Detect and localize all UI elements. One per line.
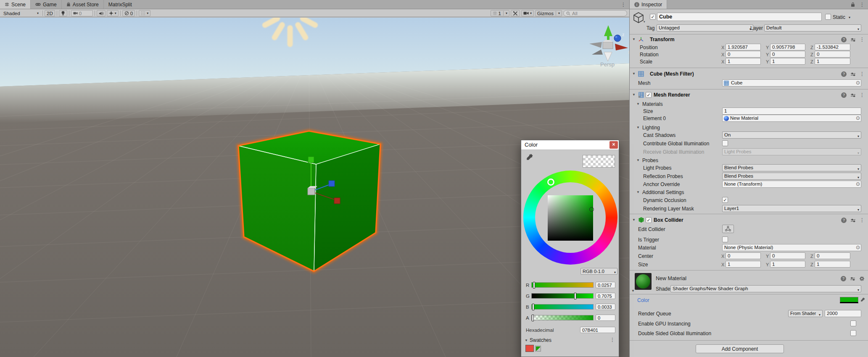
position-y-field[interactable]: 0.9057798 [770,44,805,50]
static-checkbox[interactable] [825,14,831,20]
close-button[interactable]: × [609,141,618,149]
add-component-button[interactable]: Add Component [696,344,784,353]
transform-header[interactable]: ▼ Transform ? ⋮ [630,36,868,43]
help-icon[interactable]: ? [841,37,847,42]
scene-search-input[interactable]: All [563,10,627,16]
shading-mode-dropdown[interactable]: Shaded ▾ [1,10,41,16]
rendering-layer-mask-dropdown[interactable]: Layer1 ▾ [722,205,861,212]
scene-lighting-toggle[interactable] [59,10,67,16]
saturation-value-box[interactable] [548,195,593,241]
light-probes-dropdown[interactable]: Blend Probes ▾ [722,164,861,171]
lock-icon[interactable] [850,2,855,7]
shader-dropdown[interactable]: Shader Graphs/New Shader Graph ▾ [670,285,861,292]
help-icon[interactable]: ? [841,71,847,77]
materials-size-field[interactable]: 1 [722,108,861,115]
b-slider-thumb[interactable] [532,304,534,310]
rotation-x-field[interactable]: 0 [726,51,761,58]
material-color-swatch[interactable] [840,297,858,303]
mesh-renderer-enabled-checkbox[interactable]: ✓ [646,92,652,98]
active-checkbox[interactable]: ✓ [650,14,656,20]
presets-icon[interactable] [850,93,856,98]
edit-collider-button[interactable] [722,225,734,233]
render-queue-mode-dropdown[interactable]: From Shader ▾ [788,310,823,317]
collider-size-z-field[interactable]: 1 [815,261,850,268]
inspector-menu-icon[interactable]: ⋮ [860,2,865,8]
gpu-instancing-checkbox[interactable] [850,320,856,326]
tab-asset-store[interactable]: Asset Store [62,0,104,9]
mesh-renderer-header[interactable]: ▼ ✓ Mesh Renderer ? ⋮ [630,91,868,99]
hue-indicator[interactable] [547,178,554,186]
component-menu-icon[interactable]: ⋮ [860,218,865,223]
material-preview-thumbnail[interactable] [635,273,652,290]
2d-toggle-button[interactable]: 2D [45,10,55,16]
scale-handle-center[interactable] [308,188,315,195]
scene-visibility-toggle[interactable]: 0 [122,10,135,16]
swatch-red[interactable] [525,345,534,352]
scene-panel-menu[interactable]: ⋮ [621,0,626,9]
add-swatch-button[interactable] [535,346,541,352]
gizmo-center-cube[interactable] [603,42,613,49]
presets-icon[interactable] [850,218,856,223]
a-slider[interactable] [531,315,594,320]
presets-icon[interactable] [850,276,855,281]
foldout-icon[interactable]: ▼ [636,102,640,106]
scale-z-field[interactable]: 1 [815,58,850,65]
gizmo-z-sphere[interactable] [614,35,621,42]
gameobject-cube-icon[interactable] [632,11,645,24]
scale-x-field[interactable]: 1 [726,58,761,65]
scale-y-field[interactable]: 1 [770,58,805,65]
material-color-label[interactable]: Color [637,297,649,303]
anchor-override-field[interactable]: None (Transform) ⊙ [722,181,861,188]
saturation-value-indicator[interactable] [589,207,594,212]
contribute-gi-checkbox[interactable] [722,140,728,146]
foldout-icon[interactable]: ▼ [632,72,636,76]
gizmos-dropdown[interactable]: Gizmos ▾ [535,10,562,16]
lighting-foldout[interactable]: ▼ Lighting [630,124,868,131]
double-sided-gi-checkbox[interactable] [850,330,856,336]
presets-icon[interactable] [850,72,856,77]
scene-effects-dropdown[interactable]: ▾ [107,10,119,16]
foldout-icon[interactable]: ▼ [632,37,636,41]
mesh-field[interactable]: Cube ⊙ [722,79,861,87]
scale-handle-y[interactable] [308,157,314,163]
b-slider[interactable] [531,304,594,310]
foldout-icon[interactable]: ▼ [636,126,640,129]
menu-icon[interactable]: ⋮ [621,2,626,8]
color-window-titlebar[interactable]: Color × [521,140,619,150]
r-value-field[interactable]: 0.0257 [596,282,615,288]
box-collider-enabled-checkbox[interactable]: ✓ [646,217,652,223]
component-menu-icon[interactable]: ⋮ [860,71,865,77]
object-picker-icon[interactable]: ⊙ [856,181,860,187]
tag-dropdown[interactable]: Untagged ▾ [657,24,753,32]
hexadecimal-field[interactable]: 07B401 [580,327,615,333]
scene-camera-dropdown[interactable]: ▾ [521,10,534,16]
collider-size-x-field[interactable]: 1 [726,261,761,268]
object-picker-icon[interactable]: ⊙ [856,244,860,251]
scale-handle-z[interactable] [329,181,335,186]
probes-foldout[interactable]: ▼ Probes [630,157,868,164]
mesh-filter-header[interactable]: ▼ Cube (Mesh Filter) ? ⋮ [630,70,868,78]
center-x-field[interactable]: 0 [726,252,761,259]
a-slider-thumb[interactable] [532,315,534,321]
object-picker-icon[interactable]: ⊙ [856,115,860,121]
r-slider-thumb[interactable] [533,282,535,289]
tab-matrixsplit[interactable]: MatrixSplit [104,0,137,9]
swatches-menu-icon[interactable]: ⋮ [610,337,615,343]
physic-material-field[interactable]: None (Physic Material) ⊙ [722,244,861,251]
component-menu-icon[interactable]: ⋮ [860,92,865,98]
box-collider-header[interactable]: ▼ ✓ Box Collider ? ⋮ [630,216,868,224]
is-trigger-checkbox[interactable] [722,236,728,242]
icon-chevron-down[interactable]: ▾ [644,20,645,24]
foldout-icon[interactable]: ▼ [525,339,528,342]
render-queue-value-field[interactable]: 2000 [825,310,861,317]
cast-shadows-dropdown[interactable]: On ▾ [722,131,861,139]
additional-settings-foldout[interactable]: ▼ Additional Settings [630,189,868,196]
materials-foldout[interactable]: ▼ Materials [630,100,868,108]
color-mode-dropdown[interactable]: RGB 0-1.0 ▾ [580,268,617,275]
g-slider-thumb[interactable] [574,293,576,299]
tab-scene[interactable]: Scene [0,0,31,9]
collider-size-y-field[interactable]: 1 [770,261,805,268]
element0-field[interactable]: New Material ⊙ [722,115,861,122]
center-y-field[interactable]: 0 [770,252,805,259]
projection-label[interactable]: Persp [600,61,615,68]
